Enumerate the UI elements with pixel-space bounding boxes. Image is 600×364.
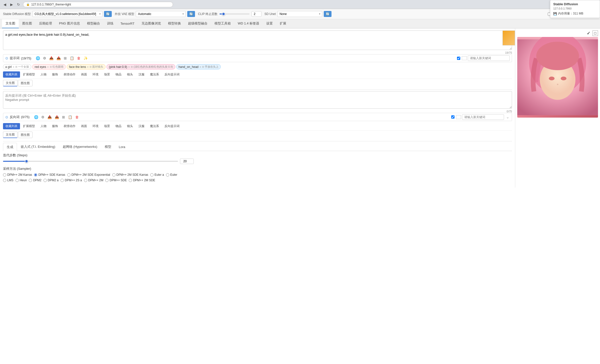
sampler-dpm2mkarras-radio[interactable] (3, 173, 6, 177)
tag-red-eyes-remove[interactable]: × (47, 65, 49, 68)
import-icon-btn[interactable]: 📥 (48, 56, 54, 61)
sampler-dpm2mkarras[interactable]: DPM++ 2M Karras (3, 173, 32, 177)
sub-tab-txt2img[interactable]: 文生图 (3, 80, 18, 86)
cat-tab-object[interactable]: 物品 (113, 71, 124, 78)
gen-tab-hypernetwork[interactable]: 超网络 (Hypernetworks) (59, 143, 101, 151)
sampler-dpm2sa-radio[interactable] (60, 179, 64, 182)
neg-cat-tab-clothing[interactable]: 服饰 (50, 123, 60, 129)
vae-model-select[interactable]: Automatic (136, 11, 186, 17)
negative-keyword-input[interactable] (462, 114, 504, 120)
sampler-dpmsdekarras[interactable]: DPM++ SDE Karras (34, 173, 65, 177)
cat-tab-magic[interactable]: 魔法系 (148, 71, 162, 78)
gen-tab-model[interactable]: 模型 (101, 143, 115, 151)
delete-icon-btn[interactable]: 🗑 (76, 56, 82, 61)
extra-icon-btn[interactable]: ⊞ (63, 56, 68, 61)
tab-merge[interactable]: 模型融合 (84, 19, 104, 28)
neg-cat-tab-lens[interactable]: 镜头 (124, 123, 136, 129)
neg-sub-tab-img2img[interactable]: 图生图 (18, 132, 32, 138)
positive-prompt-textarea[interactable]: a girl,red eyes,face the lens,(pink hair… (3, 30, 512, 50)
sampler-dpm2msde[interactable]: DPM++ 2M SDE (129, 179, 155, 182)
cat-tab-lens[interactable]: 镜头 (124, 71, 136, 78)
sampler-dpm2mexponen-radio[interactable] (67, 173, 70, 177)
sampler-dpmsde[interactable]: DPM++ SDE (105, 179, 127, 182)
neg-cat-tab-reverse[interactable]: 反向提示词 (162, 123, 182, 129)
copy-icon-btn[interactable]: 📋 (69, 56, 75, 61)
cat-tab-scene[interactable]: 画面 (78, 71, 90, 78)
sd-model-select[interactable]: CG古风大模型_v1.0.safetensors [6a1ddee45f] (32, 11, 102, 17)
neg-extra-icon-btn[interactable]: ⊞ (61, 115, 66, 120)
neg-cat-tab-people[interactable]: 人物 (38, 123, 49, 129)
cat-tab-location[interactable]: 场景 (102, 71, 112, 78)
tab-txt2img[interactable]: 文生图 (2, 19, 19, 28)
positive-prompt-checkbox[interactable] (457, 57, 460, 60)
cat-tab-clothing[interactable]: 服饰 (50, 71, 60, 78)
clip-value-input[interactable]: 2 (252, 11, 262, 17)
neg-cat-tab-object[interactable]: 物品 (113, 123, 124, 129)
sampler-dpmsde-radio[interactable] (105, 179, 108, 182)
tab-extras[interactable]: 后期处理 (36, 19, 56, 28)
export-icon-btn[interactable]: 📤 (56, 56, 62, 61)
neg-delete-icon-btn[interactable]: 🗑 (74, 115, 80, 120)
neg-gear-icon-btn[interactable]: ⚙ (40, 115, 46, 120)
globe-icon-btn[interactable]: 🌐 (35, 56, 41, 61)
cat-tab-saved[interactable]: 收藏列表 (3, 71, 20, 78)
back-button[interactable]: ◀ (2, 2, 7, 7)
steps-slider[interactable] (3, 161, 178, 162)
tab-tensorrt[interactable]: TensorRT (117, 19, 138, 28)
neg-cat-tab-location[interactable]: 场景 (102, 123, 112, 129)
neg-sub-tab-txt2img[interactable]: 文生图 (3, 132, 18, 138)
sampler-eulera-radio[interactable] (150, 173, 154, 177)
neg-globe-icon-btn[interactable]: 🌐 (33, 115, 39, 120)
cat-tab-people[interactable]: 人物 (38, 71, 49, 78)
neg-cat-tab-hanfu[interactable]: 汉服 (136, 123, 147, 129)
sd-unet-refresh-btn[interactable]: 🔄 (324, 11, 332, 17)
sampler-lms[interactable]: LMS (3, 179, 14, 182)
sampler-dpm2msdekarras[interactable]: DPM++ 2M SDE Karras (112, 173, 148, 177)
neg-export-icon-btn[interactable]: 📤 (54, 115, 60, 120)
sampler-dpm2msdekarras-radio[interactable] (112, 173, 116, 177)
tag-face-lens-remove[interactable]: × (87, 65, 89, 68)
positive-keyword-input[interactable] (468, 55, 510, 61)
neg-cat-tab-expression[interactable]: 表情动作 (61, 123, 78, 129)
tab-supermerge[interactable]: 超级模型融合 (184, 19, 211, 28)
gear-icon-btn[interactable]: ⚙ (42, 56, 47, 61)
negative-prompt-checkbox[interactable] (451, 115, 454, 119)
sampler-dpmsdekarras-radio[interactable] (34, 173, 37, 177)
sampler-heun-radio[interactable] (16, 179, 19, 182)
tab-modelconvert[interactable]: 模型转换 (164, 19, 184, 28)
neg-cat-tab-scene[interactable]: 画面 (78, 123, 90, 129)
cat-tab-hanfu[interactable]: 汉服 (136, 71, 147, 78)
tag-pink-hair-remove[interactable]: × (128, 65, 130, 68)
magic-icon-btn[interactable]: ✨ (82, 56, 89, 61)
neg-copy-icon-btn[interactable]: 📋 (67, 115, 73, 120)
neg-cat-tab-extension[interactable]: 扩展模型 (20, 123, 38, 129)
sd-unet-select[interactable]: None (277, 11, 322, 17)
clip-slider[interactable] (220, 13, 250, 14)
neg-toggle-btn[interactable] (456, 115, 461, 119)
tab-infiniteimg[interactable]: 无边图像浏览 (138, 19, 164, 28)
gen-tab-lora[interactable]: Lora (115, 143, 129, 151)
reload-button[interactable]: ↻ (16, 2, 21, 7)
neg-cat-tab-env[interactable]: 环境 (90, 123, 101, 129)
gen-tab-embedding[interactable]: 嵌入式 (T.I. Embedding) (17, 143, 59, 151)
cat-tab-env[interactable]: 环境 (90, 71, 101, 78)
tab-modeltool[interactable]: 模型工具箱 (211, 19, 234, 28)
neg-import-icon-btn[interactable]: 📥 (46, 115, 53, 120)
tab-settings[interactable]: 设置 (263, 19, 276, 28)
rect-btn[interactable]: □ (592, 30, 598, 36)
toggle-btn[interactable] (462, 56, 467, 60)
sampler-dpm2a-radio[interactable] (44, 179, 47, 182)
sd-model-refresh-btn[interactable]: 🔄 (104, 11, 112, 17)
sampler-eulera[interactable]: Euler a (150, 173, 164, 177)
tab-pnginfo[interactable]: PNG 图片信息 (56, 19, 84, 28)
cat-tab-reverse[interactable]: 反向提示词 (162, 71, 182, 78)
sampler-dpm2-radio[interactable] (29, 179, 32, 182)
sub-tab-img2img[interactable]: 图生图 (18, 80, 32, 86)
negative-prompt-textarea[interactable] (3, 91, 512, 109)
forward-button[interactable]: ▶ (9, 2, 14, 7)
tab-train[interactable]: 训练 (104, 19, 117, 28)
address-bar[interactable]: 🔒 127.0.0.1:7860/?_theme=light (23, 2, 173, 7)
negative-collapse-btn[interactable]: ⌄ (506, 114, 510, 120)
checkmark-btn[interactable]: ✓ (587, 30, 590, 36)
sampler-lms-radio[interactable] (3, 179, 6, 182)
